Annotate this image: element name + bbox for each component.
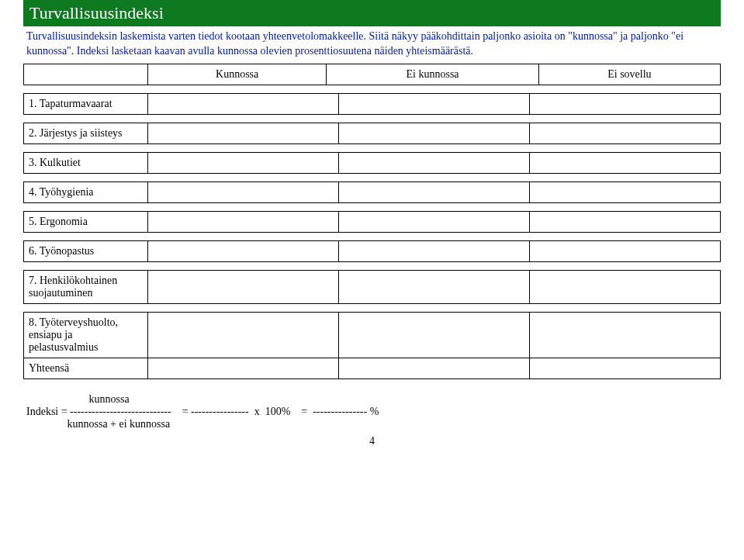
row-8-ei-sovellu: [530, 312, 721, 358]
row-2-ei-sovellu: [530, 123, 721, 143]
row-2-kunnossa: [148, 123, 339, 143]
row-5-ei-sovellu: [530, 211, 721, 232]
row-5-table: 5. Ergonomia: [23, 211, 721, 233]
row-4-ei-kunnossa: [339, 181, 530, 202]
row-4-kunnossa: [148, 181, 339, 202]
row-3-ei-kunnossa: [339, 152, 530, 173]
row-8-label: 8. Työterveyshuolto, ensiapu ja pelastus…: [24, 312, 148, 358]
row-8-kunnossa: [148, 312, 339, 358]
row-6-ei-kunnossa: [339, 240, 530, 261]
row-3-kunnossa: [148, 152, 339, 173]
row-6-table: 6. Työnopastus: [23, 240, 721, 262]
row-4-label: 4. Työhygienia: [24, 181, 148, 202]
row-1-table: 1. Tapaturmavaarat: [23, 93, 721, 115]
row-1-ei-sovellu: [530, 93, 721, 114]
header-label-cell: [24, 64, 148, 85]
col-ei-sovellu: Ei sovellu: [538, 64, 720, 85]
row-1-label: 1. Tapaturmavaarat: [24, 93, 148, 114]
row-7-label: 7. Henkilökohtainen suojautuminen: [24, 270, 148, 303]
row-total-ei-sovellu: [530, 358, 721, 379]
row-8-ei-kunnossa: [339, 312, 530, 358]
row-3-table: 3. Kulkutiet: [23, 152, 721, 174]
page-number: 4: [23, 435, 721, 448]
row-5-label: 5. Ergonomia: [24, 211, 148, 232]
row-5-ei-kunnossa: [339, 211, 530, 232]
row-total-label: Yhteensä: [24, 358, 148, 379]
page-title-bar: Turvallisuusindeksi: [23, 0, 721, 26]
row-total-ei-kunnossa: [339, 358, 530, 379]
row-7-table: 7. Henkilökohtainen suojautuminen: [23, 270, 721, 304]
row-6-label: 6. Työnopastus: [24, 240, 148, 261]
row-6-ei-sovellu: [530, 240, 721, 261]
row-1-ei-kunnossa: [339, 93, 530, 114]
header-table: Kunnossa Ei kunnossa Ei sovellu: [23, 64, 721, 85]
row-2-table: 2. Järjestys ja siisteys: [23, 123, 721, 144]
row-7-kunnossa: [148, 270, 339, 303]
row-7-ei-sovellu: [530, 270, 721, 303]
row-6-kunnossa: [148, 240, 339, 261]
intro-text: Turvallisuusindeksin laskemista varten t…: [23, 29, 721, 64]
formula-block: kunnossa Indeksi = ---------------------…: [23, 387, 721, 430]
page-title: Turvallisuusindeksi: [29, 3, 164, 22]
row-8-table: 8. Työterveyshuolto, ensiapu ja pelastus…: [23, 312, 721, 379]
row-total-kunnossa: [148, 358, 339, 379]
col-ei-kunnossa: Ei kunnossa: [327, 64, 539, 85]
row-2-ei-kunnossa: [339, 123, 530, 143]
row-7-ei-kunnossa: [339, 270, 530, 303]
col-kunnossa: Kunnossa: [148, 64, 327, 85]
row-5-kunnossa: [148, 211, 339, 232]
row-3-label: 3. Kulkutiet: [24, 152, 148, 173]
row-4-table: 4. Työhygienia: [23, 181, 721, 203]
row-2-label: 2. Järjestys ja siisteys: [24, 123, 148, 143]
row-1-kunnossa: [148, 93, 339, 114]
row-3-ei-sovellu: [530, 152, 721, 173]
row-4-ei-sovellu: [530, 181, 721, 202]
